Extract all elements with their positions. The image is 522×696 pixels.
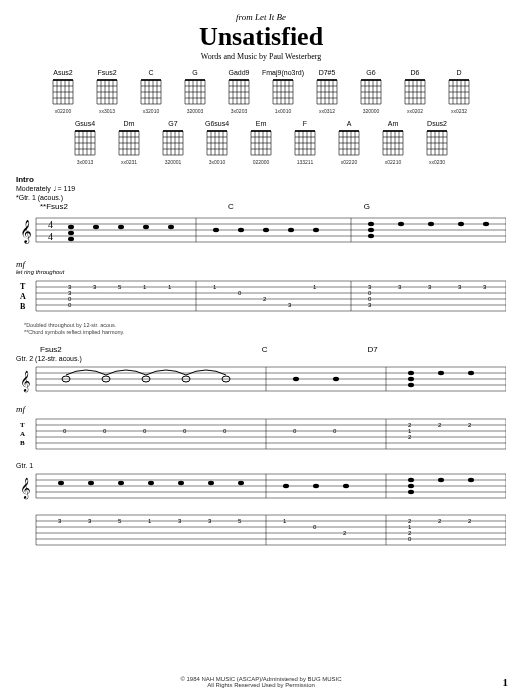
svg-text:𝄞: 𝄞 bbox=[20, 477, 31, 500]
chord-fingering: x32010 bbox=[143, 108, 159, 114]
svg-point-309 bbox=[333, 377, 339, 381]
fret-diagram bbox=[116, 128, 142, 158]
svg-point-253 bbox=[368, 228, 374, 232]
svg-text:T: T bbox=[20, 421, 25, 429]
fret-diagram bbox=[270, 77, 296, 107]
chord-name: G7 bbox=[168, 120, 177, 127]
svg-point-252 bbox=[368, 222, 374, 226]
svg-point-242 bbox=[68, 237, 74, 241]
svg-point-360 bbox=[408, 478, 414, 482]
chord-row: **Fsus2 C G bbox=[16, 202, 506, 211]
chord-name: Fsus2 bbox=[97, 69, 116, 76]
fret-diagram bbox=[402, 77, 428, 107]
svg-text:A: A bbox=[20, 292, 26, 301]
svg-text:B: B bbox=[20, 439, 25, 447]
fret-diagram bbox=[314, 77, 340, 107]
footnote: **Chord symbols reflect implied harmony. bbox=[24, 329, 506, 335]
chord-symbol: G bbox=[364, 202, 370, 211]
chord-diagram: D6xx0202 bbox=[398, 69, 432, 114]
chord-diagram: Cx32010 bbox=[134, 69, 168, 114]
fret-diagram bbox=[182, 77, 208, 107]
chord-diagram: Asus2x02200 bbox=[46, 69, 80, 114]
fret-diagram bbox=[248, 128, 274, 158]
chord-row: Fsus2 C D7 bbox=[16, 345, 506, 354]
chord-fingering: 320000 bbox=[363, 108, 380, 114]
svg-point-354 bbox=[178, 481, 184, 485]
chord-fingering: xx0232 bbox=[451, 108, 467, 114]
svg-point-254 bbox=[368, 234, 374, 238]
fret-diagram bbox=[358, 77, 384, 107]
svg-text:4: 4 bbox=[48, 231, 53, 242]
svg-point-250 bbox=[288, 228, 294, 232]
fret-diagram bbox=[336, 128, 362, 158]
tab-staff-gtr1-b: 3351 335 102 2120 22 bbox=[16, 514, 506, 546]
svg-point-256 bbox=[428, 222, 434, 226]
svg-point-355 bbox=[208, 481, 214, 485]
svg-text:A: A bbox=[20, 430, 25, 438]
svg-point-361 bbox=[408, 484, 414, 488]
tab-staff-gtr2: T A B 00000 00 21222 bbox=[16, 418, 506, 450]
dynamic-note: let ring throughout bbox=[16, 269, 506, 275]
chord-diagram: Amx02210 bbox=[376, 120, 410, 165]
chord-fingering: 022000 bbox=[253, 159, 270, 165]
svg-point-308 bbox=[293, 377, 299, 381]
chord-name: Dm bbox=[124, 120, 135, 127]
chord-symbol: D7 bbox=[368, 345, 378, 354]
chord-name: G bbox=[192, 69, 197, 76]
svg-point-312 bbox=[408, 383, 414, 387]
svg-point-350 bbox=[58, 481, 64, 485]
chord-diagrams: Asus2x02200Fsus2xx3013Cx32010G320003Gadd… bbox=[46, 69, 476, 165]
page-number: 1 bbox=[503, 676, 509, 688]
section-marking: Intro bbox=[16, 175, 506, 184]
notation-staff: 𝄞 44 bbox=[16, 212, 506, 254]
svg-point-245 bbox=[143, 225, 149, 229]
fret-diagram bbox=[138, 77, 164, 107]
chord-symbol: C bbox=[228, 202, 234, 211]
chord-fingering: xx0202 bbox=[407, 108, 423, 114]
chord-name: G6sus4 bbox=[205, 120, 229, 127]
chord-diagram: G320003 bbox=[178, 69, 212, 114]
chord-diagram: Gsus43x0013 bbox=[68, 120, 102, 165]
chord-fingering: 3x0010 bbox=[209, 159, 225, 165]
svg-point-248 bbox=[238, 228, 244, 232]
svg-point-358 bbox=[313, 484, 319, 488]
chord-name: D6 bbox=[411, 69, 420, 76]
chord-name: Am bbox=[388, 120, 399, 127]
chord-name: Fmaj9(no3rd) bbox=[262, 69, 304, 76]
fret-diagram bbox=[380, 128, 406, 158]
chord-name: F bbox=[303, 120, 307, 127]
svg-point-241 bbox=[68, 231, 74, 235]
svg-point-243 bbox=[93, 225, 99, 229]
svg-point-257 bbox=[458, 222, 464, 226]
chord-name: A bbox=[347, 120, 352, 127]
fret-diagram bbox=[204, 128, 230, 158]
header: from Let It Be Unsatisfied Words and Mus… bbox=[16, 12, 506, 61]
chord-name: D bbox=[456, 69, 461, 76]
svg-point-356 bbox=[238, 481, 244, 485]
chord-name: Gadd9 bbox=[228, 69, 249, 76]
chord-diagram: Dsus2xx0230 bbox=[420, 120, 454, 165]
from-album: from Let It Be bbox=[16, 12, 506, 22]
song-credits: Words and Music by Paul Westerberg bbox=[16, 52, 506, 61]
fret-diagram bbox=[72, 128, 98, 158]
svg-point-251 bbox=[313, 228, 319, 232]
chord-diagram: G6320000 bbox=[354, 69, 388, 114]
svg-point-357 bbox=[283, 484, 289, 488]
tab-staff: T A B 3300 3511 10231 3003 3333 bbox=[16, 279, 506, 317]
svg-text:𝄞: 𝄞 bbox=[20, 370, 31, 393]
chord-name: Asus2 bbox=[53, 69, 72, 76]
svg-point-362 bbox=[408, 490, 414, 494]
chord-fingering: 3x0203 bbox=[231, 108, 247, 114]
chord-fingering: xx0231 bbox=[121, 159, 137, 165]
chord-fingering: x02200 bbox=[55, 108, 71, 114]
svg-point-310 bbox=[408, 371, 414, 375]
fret-diagram bbox=[94, 77, 120, 107]
guitar-label: *Gtr. 1 (acous.) bbox=[16, 194, 506, 201]
tempo-marking: Moderately ♩ = 119 bbox=[16, 185, 506, 193]
notation-staff-gtr2: 𝄞 bbox=[16, 363, 506, 399]
svg-text:T: T bbox=[20, 282, 26, 291]
dynamic-marking: mf bbox=[16, 404, 506, 414]
chord-fingering: xx0312 bbox=[319, 108, 335, 114]
svg-point-246 bbox=[168, 225, 174, 229]
chord-name: G6 bbox=[366, 69, 375, 76]
